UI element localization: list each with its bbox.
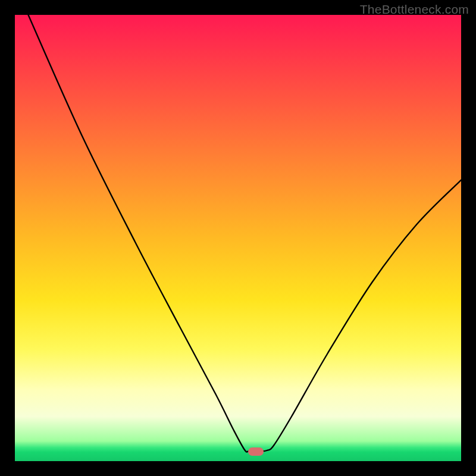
optimal-marker bbox=[248, 447, 264, 456]
plot-area bbox=[15, 15, 461, 461]
curve-path bbox=[29, 15, 462, 452]
watermark-text: TheBottleneck.com bbox=[360, 2, 469, 17]
bottleneck-curve bbox=[15, 15, 461, 461]
chart-frame: TheBottleneck.com bbox=[0, 0, 476, 476]
